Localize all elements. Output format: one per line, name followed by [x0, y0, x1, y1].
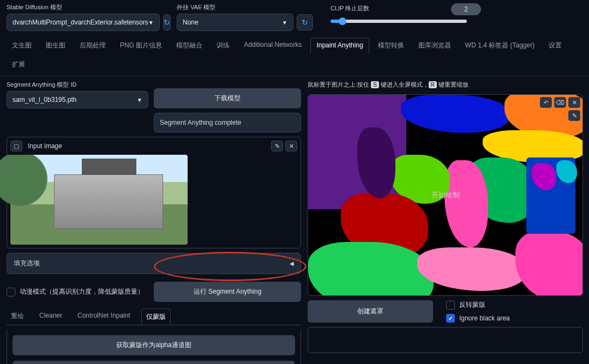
clip-label: CLIP 终止层数 [330, 4, 369, 13]
get-alpha-button[interactable]: 获取蒙版作为alpha通道图 [13, 335, 295, 355]
vae-label: 外挂 VAE 模型 [177, 3, 313, 11]
tab-1[interactable]: 图生图 [40, 38, 71, 53]
create-mask-button[interactable]: 创建遮罩 [308, 300, 433, 323]
input-image-preview[interactable] [10, 155, 188, 245]
get-mask-button[interactable]: 获取遮罩 [13, 361, 295, 364]
clip-value-badge: 2 [451, 3, 481, 15]
tab-9[interactable]: 图库浏览器 [413, 38, 456, 53]
brush-icon[interactable]: ✎ [568, 110, 580, 121]
chevron-down-icon: ▼ [282, 20, 287, 26]
anime-mode-checkbox[interactable]: 动漫模式（提高识别力度，降低蒙版质量） [7, 287, 148, 296]
undo-icon[interactable]: ↶ [540, 97, 552, 108]
tab-0[interactable]: 文生图 [7, 38, 37, 53]
tab-7[interactable]: Inpaint Anything [310, 38, 369, 53]
image-icon: ▢ [10, 141, 22, 151]
erase-icon[interactable]: ⌫ [554, 97, 566, 108]
ignore-black-checkbox[interactable]: ✔ Ignore black area [446, 314, 510, 323]
checkbox-box [7, 288, 15, 296]
model-refresh-button[interactable]: ↻ [163, 14, 171, 31]
tab-2[interactable]: 后期处理 [74, 38, 111, 53]
mask-only-pane: 获取蒙版作为alpha通道图 获取遮罩 ▢ Alpha channel imag… [7, 330, 301, 364]
tab-6[interactable]: Additional Networks [238, 38, 307, 53]
clip-slider[interactable] [330, 20, 467, 23]
result-box [308, 327, 583, 353]
chevron-left-icon: ◀ [290, 260, 294, 266]
status-text: Segment Anything complete [154, 113, 301, 132]
ignore-black-label: Ignore black area [459, 314, 510, 322]
sub-tab-1[interactable]: Cleaner [35, 308, 67, 325]
vae-value: None [183, 19, 199, 26]
checkbox-box: ✔ [446, 314, 455, 323]
chevron-down-icon: ▼ [148, 20, 154, 26]
fill-options-label: 填充选项 [14, 259, 40, 268]
tab-12[interactable]: 扩展 [7, 57, 31, 72]
segmentation-canvas[interactable]: 开始绘制 ↶ ⌫ ✕ ✎ [308, 94, 583, 296]
model-value: dvarchMultiPrompt_dvarchExterior.safeten… [13, 19, 148, 26]
fill-options-accordion[interactable]: 填充选项 ◀ [7, 253, 301, 274]
close-icon[interactable]: ✕ [568, 97, 580, 108]
sub-tab-3[interactable]: 仅蒙版 [141, 308, 171, 325]
tab-10[interactable]: WD 1.4 标签器 (Tagger) [460, 38, 540, 53]
anime-mode-label: 动漫模式（提高识别力度，降低蒙版质量） [20, 287, 144, 296]
tab-11[interactable]: 设置 [543, 38, 567, 53]
download-model-button[interactable]: 下载模型 [154, 88, 301, 108]
chevron-down-icon: ▼ [137, 97, 142, 103]
sub-tab-2[interactable]: ControlNet Inpaint [73, 308, 135, 325]
vae-select[interactable]: None ▼ [177, 14, 293, 31]
tab-8[interactable]: 模型转换 [372, 38, 410, 53]
input-image-label: Input image [28, 142, 62, 150]
model-select[interactable]: dvarchMultiPrompt_dvarchExterior.safeten… [7, 14, 160, 31]
sam-model-value: sam_vit_l_0b3195.pth [13, 96, 76, 104]
image-content [54, 174, 163, 229]
canvas-center-text: 开始绘制 [431, 190, 460, 200]
close-icon[interactable]: ✕ [285, 141, 297, 151]
sam-model-select[interactable]: sam_vit_l_0b3195.pth ▼ [7, 91, 148, 108]
sub-tab-0[interactable]: 重绘 [7, 308, 28, 325]
run-segment-anything-button[interactable]: 运行 Segment Anything [154, 282, 301, 302]
invert-mask-label: 反转蒙版 [459, 300, 485, 310]
tab-5[interactable]: 训练 [211, 38, 235, 53]
canvas-hint: 鼠标置于图片之上:按住 S 键进入全屏模式，R 键重置缩放 [308, 81, 583, 89]
image-content [0, 155, 59, 215]
tab-4[interactable]: 模型融合 [171, 38, 208, 53]
edit-icon[interactable]: ✎ [271, 141, 283, 151]
sam-model-label: Segment Anything 模型 ID [7, 81, 148, 89]
model-label: Stable Diffusion 模型 [7, 3, 170, 11]
tab-3[interactable]: PNG 图片信息 [115, 38, 167, 53]
checkbox-box [446, 301, 455, 310]
vae-refresh-button[interactable]: ↻ [297, 14, 313, 31]
invert-mask-checkbox[interactable]: 反转蒙版 [446, 300, 510, 310]
input-image-box: ▢ Input image ✎ ✕ [7, 137, 301, 248]
